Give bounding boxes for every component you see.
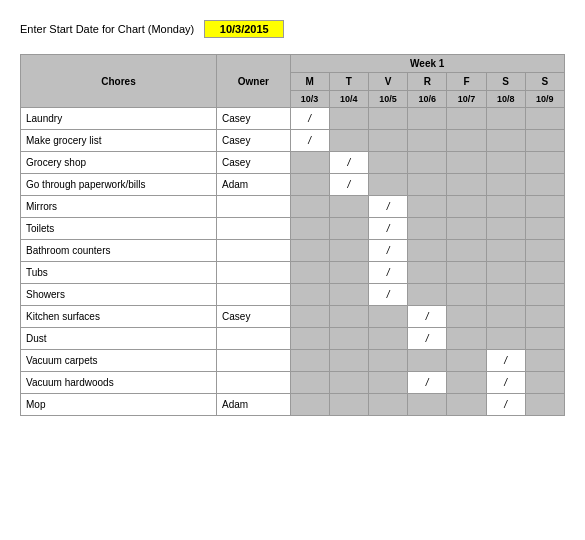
cell-0-4[interactable] (447, 108, 486, 130)
cell-12-1[interactable] (329, 372, 368, 394)
cell-1-5[interactable] (486, 130, 525, 152)
cell-8-3[interactable] (408, 284, 447, 306)
cell-9-4[interactable] (447, 306, 486, 328)
cell-12-3[interactable]: / (408, 372, 447, 394)
cell-7-2[interactable]: / (368, 262, 407, 284)
cell-10-3[interactable]: / (408, 328, 447, 350)
cell-7-1[interactable] (329, 262, 368, 284)
cell-3-3[interactable] (408, 174, 447, 196)
cell-2-1[interactable]: / (329, 152, 368, 174)
cell-10-4[interactable] (447, 328, 486, 350)
cell-6-1[interactable] (329, 240, 368, 262)
cell-6-3[interactable] (408, 240, 447, 262)
cell-4-1[interactable] (329, 196, 368, 218)
cell-1-1[interactable] (329, 130, 368, 152)
cell-11-3[interactable] (408, 350, 447, 372)
cell-10-1[interactable] (329, 328, 368, 350)
cell-7-0[interactable] (290, 262, 329, 284)
cell-13-0[interactable] (290, 394, 329, 416)
cell-13-6[interactable] (525, 394, 564, 416)
cell-9-6[interactable] (525, 306, 564, 328)
cell-13-1[interactable] (329, 394, 368, 416)
cell-5-4[interactable] (447, 218, 486, 240)
cell-4-4[interactable] (447, 196, 486, 218)
cell-10-6[interactable] (525, 328, 564, 350)
cell-2-0[interactable] (290, 152, 329, 174)
cell-6-2[interactable]: / (368, 240, 407, 262)
cell-2-3[interactable] (408, 152, 447, 174)
cell-13-2[interactable] (368, 394, 407, 416)
cell-3-5[interactable] (486, 174, 525, 196)
cell-5-2[interactable]: / (368, 218, 407, 240)
cell-3-1[interactable]: / (329, 174, 368, 196)
cell-4-3[interactable] (408, 196, 447, 218)
cell-0-1[interactable] (329, 108, 368, 130)
cell-1-3[interactable] (408, 130, 447, 152)
cell-12-2[interactable] (368, 372, 407, 394)
cell-9-1[interactable] (329, 306, 368, 328)
cell-11-4[interactable] (447, 350, 486, 372)
cell-10-0[interactable] (290, 328, 329, 350)
cell-11-0[interactable] (290, 350, 329, 372)
cell-7-6[interactable] (525, 262, 564, 284)
cell-9-2[interactable] (368, 306, 407, 328)
cell-11-1[interactable] (329, 350, 368, 372)
cell-5-0[interactable] (290, 218, 329, 240)
cell-9-3[interactable]: / (408, 306, 447, 328)
cell-9-0[interactable] (290, 306, 329, 328)
cell-8-2[interactable]: / (368, 284, 407, 306)
cell-3-6[interactable] (525, 174, 564, 196)
cell-4-2[interactable]: / (368, 196, 407, 218)
cell-13-5[interactable]: / (486, 394, 525, 416)
cell-10-2[interactable] (368, 328, 407, 350)
cell-11-5[interactable]: / (486, 350, 525, 372)
cell-4-5[interactable] (486, 196, 525, 218)
cell-1-2[interactable] (368, 130, 407, 152)
cell-11-6[interactable] (525, 350, 564, 372)
cell-6-0[interactable] (290, 240, 329, 262)
cell-13-4[interactable] (447, 394, 486, 416)
cell-9-5[interactable] (486, 306, 525, 328)
cell-1-4[interactable] (447, 130, 486, 152)
cell-0-6[interactable] (525, 108, 564, 130)
cell-3-0[interactable] (290, 174, 329, 196)
cell-12-0[interactable] (290, 372, 329, 394)
cell-1-6[interactable] (525, 130, 564, 152)
cell-8-4[interactable] (447, 284, 486, 306)
cell-8-1[interactable] (329, 284, 368, 306)
start-date-input[interactable]: 10/3/2015 (204, 20, 284, 38)
cell-0-3[interactable] (408, 108, 447, 130)
cell-2-6[interactable] (525, 152, 564, 174)
cell-4-0[interactable] (290, 196, 329, 218)
cell-8-6[interactable] (525, 284, 564, 306)
cell-6-5[interactable] (486, 240, 525, 262)
cell-0-2[interactable] (368, 108, 407, 130)
cell-3-4[interactable] (447, 174, 486, 196)
cell-5-5[interactable] (486, 218, 525, 240)
cell-0-0[interactable]: / (290, 108, 329, 130)
cell-7-4[interactable] (447, 262, 486, 284)
cell-7-3[interactable] (408, 262, 447, 284)
cell-2-2[interactable] (368, 152, 407, 174)
cell-6-4[interactable] (447, 240, 486, 262)
cell-0-5[interactable] (486, 108, 525, 130)
cell-1-0[interactable]: / (290, 130, 329, 152)
cell-2-5[interactable] (486, 152, 525, 174)
cell-5-1[interactable] (329, 218, 368, 240)
cell-5-6[interactable] (525, 218, 564, 240)
cell-13-3[interactable] (408, 394, 447, 416)
cell-7-5[interactable] (486, 262, 525, 284)
cell-6-6[interactable] (525, 240, 564, 262)
cell-4-6[interactable] (525, 196, 564, 218)
cell-8-0[interactable] (290, 284, 329, 306)
cell-10-5[interactable] (486, 328, 525, 350)
cell-12-6[interactable] (525, 372, 564, 394)
date-header-3: 10/6 (408, 91, 447, 108)
cell-8-5[interactable] (486, 284, 525, 306)
cell-3-2[interactable] (368, 174, 407, 196)
cell-11-2[interactable] (368, 350, 407, 372)
cell-2-4[interactable] (447, 152, 486, 174)
cell-12-4[interactable] (447, 372, 486, 394)
cell-5-3[interactable] (408, 218, 447, 240)
cell-12-5[interactable]: / (486, 372, 525, 394)
